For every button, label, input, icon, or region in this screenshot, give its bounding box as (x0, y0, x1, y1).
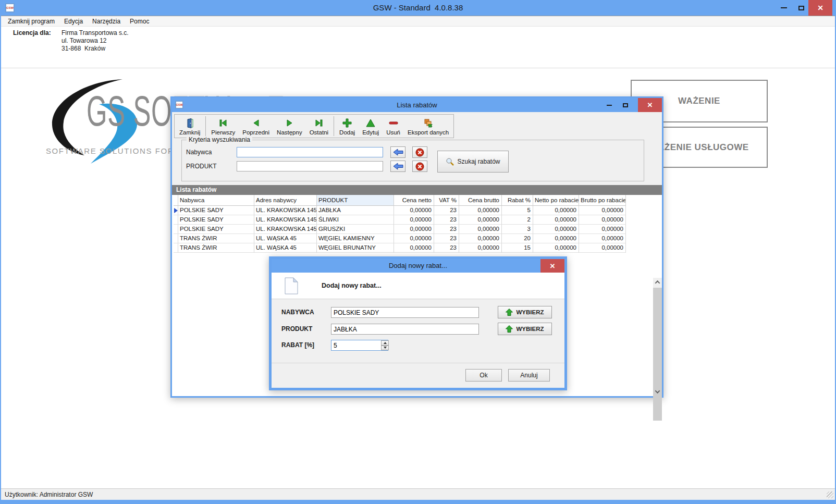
spin-down-icon (384, 347, 387, 349)
wybierz-nabywca-button[interactable]: WYBIERZ (498, 306, 552, 318)
delete-minus-icon (389, 117, 398, 129)
resize-grip[interactable] (827, 491, 833, 498)
rabat-input[interactable] (331, 340, 388, 351)
table-cell: 0,00000 (459, 243, 502, 253)
ostatni-button[interactable]: Ostatni (306, 116, 332, 137)
header-separator (1, 68, 835, 68)
zamknij-button[interactable]: Zamknij (176, 116, 204, 137)
table-cell: UL. KRAKOWSKA 145 (254, 215, 317, 225)
table-cell: 0,00000 (579, 206, 626, 215)
minimize-icon (781, 7, 787, 8)
column-header[interactable]: Adres nabywcy (254, 195, 317, 206)
wybierz-produkt-button[interactable]: WYBIERZ (498, 323, 552, 335)
window-title: GSW - Standard 4.0.8.38 (0, 0, 836, 16)
nastepny-button[interactable]: Następny (273, 116, 306, 137)
maximize-button[interactable] (793, 0, 809, 16)
chevron-down-icon (655, 388, 660, 394)
table-cell: 0,00000 (533, 206, 579, 215)
window-border-bottom (0, 500, 836, 504)
table-cell: 23 (434, 206, 459, 215)
table-row[interactable]: TRANS ŻWIRUL. WĄSKA 45WĘGIEL KAMIENNY0,0… (174, 234, 626, 243)
license-panel: Licencja dla: Firma Transportowa s.c. ul… (1, 27, 314, 67)
menu-pomoc[interactable]: Pomoc (125, 16, 154, 26)
eksport-danych-button[interactable]: Eksport danych (404, 116, 452, 137)
previous-record-icon (253, 117, 260, 129)
column-header[interactable]: VAT % (434, 195, 459, 206)
close-button[interactable]: ✕ (540, 259, 564, 273)
menu-edycja[interactable]: Edycja (59, 16, 88, 26)
red-clear-icon (415, 148, 424, 157)
table-cell: 0,00000 (459, 206, 502, 215)
dodaj-button[interactable]: Dodaj (336, 116, 359, 137)
edytuj-button[interactable]: Edytuj (359, 116, 383, 137)
table-cell: UL. KRAKOWSKA 145 (254, 206, 317, 215)
next-record-icon (286, 117, 293, 129)
produkt-restore-button[interactable] (390, 161, 405, 172)
column-header[interactable]: PRODUKT (317, 195, 394, 206)
table-cell: 23 (434, 243, 459, 253)
nabywca-input[interactable] (331, 307, 479, 318)
table-row[interactable]: TRANS ŻWIRUL. WĄSKA 45WĘGIEL BRUNATNY0,0… (174, 243, 626, 253)
usun-button[interactable]: Usuń (383, 116, 404, 137)
minimize-button[interactable] (601, 98, 617, 112)
table-row[interactable]: POLSKIE SADYUL. KRAKOWSKA 145JABŁKA0,000… (174, 206, 626, 215)
table-cell: 2 (502, 215, 533, 225)
vertical-scrollbar[interactable] (653, 278, 662, 396)
main-window: GSW GSW - Standard 4.0.8.38 ✕ Zamknij pr… (0, 0, 836, 504)
dodaj-footer: Ok Anuluj (272, 363, 564, 388)
produkt-input[interactable] (331, 324, 479, 335)
produkt-clear-button[interactable] (412, 161, 427, 172)
produkt-search-input[interactable] (237, 161, 383, 171)
scroll-down-button[interactable] (653, 387, 662, 396)
nabywca-clear-button[interactable] (412, 146, 427, 158)
dodaj-dialog-title: Dodaj nowy rabat... (272, 259, 564, 273)
row-indicator-cell (174, 206, 178, 215)
ok-button[interactable]: Ok (465, 369, 502, 382)
column-header[interactable]: Cena netto (394, 195, 434, 206)
scrollbar-thumb[interactable] (653, 288, 662, 421)
table-cell: 15 (502, 243, 533, 253)
column-header[interactable]: Rabat % (502, 195, 533, 206)
nabywca-search-input[interactable] (237, 147, 383, 157)
green-up-arrow-icon (506, 309, 513, 316)
close-button[interactable]: ✕ (638, 98, 662, 112)
toolbar-label: Ostatni (310, 129, 328, 136)
license-address: Firma Transportowa s.c. ul. Towarowa 12 … (62, 29, 129, 53)
nabywca-label: NABYWCA (281, 307, 314, 318)
spin-down-button[interactable] (381, 346, 389, 351)
spin-up-button[interactable] (381, 340, 389, 346)
column-header[interactable]: Netto po rabacie (533, 195, 579, 206)
table-cell: 23 (434, 234, 459, 243)
table-row[interactable]: POLSKIE SADYUL. KRAKOWSKA 145GRUSZKI0,00… (174, 225, 626, 234)
menu-zamknij-program[interactable]: Zamknij program (3, 16, 59, 26)
close-button[interactable]: ✕ (808, 0, 832, 16)
szukaj-rabatow-button[interactable]: Szukaj rabatów (437, 151, 509, 173)
close-icon: ✕ (817, 4, 823, 11)
row-indicator-cell (174, 215, 178, 225)
column-header[interactable]: Cena brutto (459, 195, 502, 206)
column-header[interactable]: Brutto po rabacie (579, 195, 626, 206)
rabat-label: RABAT [%] (281, 340, 314, 351)
table-cell: UL. WĄSKA 45 (254, 243, 317, 253)
nabywca-label: Nabywca (186, 147, 233, 157)
produkt-label: PRODUKT (281, 324, 312, 335)
license-label: Licencja dla: (13, 29, 51, 36)
column-header[interactable]: Nabywca (178, 195, 254, 206)
table-cell: 0,00000 (394, 225, 434, 234)
poprzedni-button[interactable]: Poprzedni (239, 116, 273, 137)
maximize-button[interactable] (618, 98, 633, 112)
menu-narzedzia[interactable]: Narzędzia (88, 16, 125, 26)
table-cell: 0,00000 (459, 234, 502, 243)
table-header-row: NabywcaAdres nabywcyPRODUKTCena nettoVAT… (174, 195, 626, 206)
anuluj-button[interactable]: Anuluj (508, 369, 550, 382)
table-cell: TRANS ŻWIR (178, 234, 254, 243)
minimize-button[interactable] (774, 0, 793, 16)
row-indicator-cell (174, 243, 178, 253)
nabywca-restore-button[interactable] (390, 146, 405, 158)
pierwszy-button[interactable]: Pierwszy (207, 116, 239, 137)
table-row[interactable]: POLSKIE SADYUL. KRAKOWSKA 145ŚLIWKI0,000… (174, 215, 626, 225)
table-cell: 0,00000 (579, 234, 626, 243)
statusbar: Użytkownik: Administrator GSW (1, 488, 835, 500)
scroll-up-button[interactable] (653, 278, 662, 287)
maximize-icon (798, 6, 804, 10)
